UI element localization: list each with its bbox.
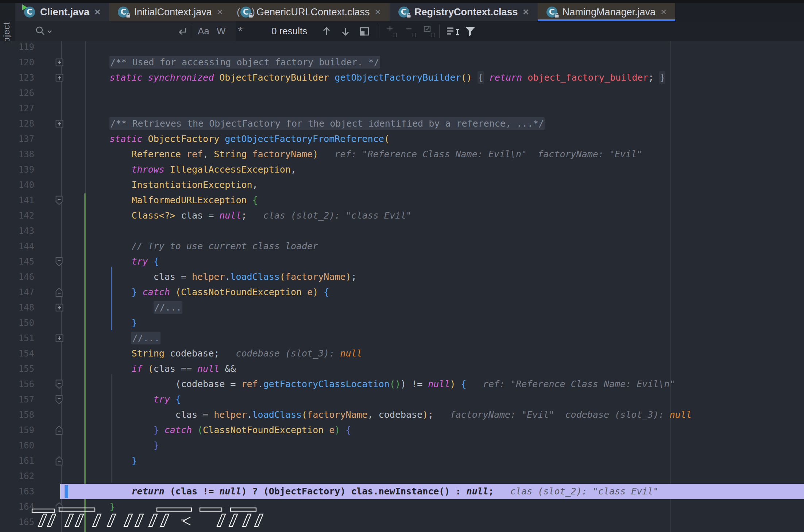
code-line[interactable]: 126 xyxy=(0,85,804,101)
code-text xyxy=(85,85,88,101)
line-number: 142 xyxy=(0,208,34,223)
line-number: 139 xyxy=(0,162,34,177)
code-line[interactable]: 119 xyxy=(0,39,804,55)
select-all-occurrences-icon[interactable] xyxy=(422,21,437,41)
results-count: 0 results xyxy=(271,21,307,41)
line-number: 137 xyxy=(0,131,34,147)
editor-pane[interactable]: 119120 /** Used for accessing object fac… xyxy=(0,41,804,532)
code-line[interactable]: 123 static synchronized ObjectFactoryBui… xyxy=(0,70,804,85)
code-line[interactable]: 161 } xyxy=(0,453,804,469)
code-line[interactable]: 154 String codebase; codebase (slot_3): … xyxy=(0,346,804,361)
window-top-strip xyxy=(0,0,804,3)
code-text: Class<?> clas = null; clas (slot_2): "cl… xyxy=(85,208,411,223)
filter-icon[interactable] xyxy=(463,21,477,41)
tab-initialcontext-java[interactable]: CInitialContext.java× xyxy=(109,3,231,21)
line-number: 127 xyxy=(0,101,34,116)
line-number: 138 xyxy=(0,147,34,162)
line-number: 148 xyxy=(0,300,34,315)
line-number: 123 xyxy=(0,70,34,85)
chevron-down-icon xyxy=(47,25,53,38)
close-icon[interactable]: × xyxy=(522,7,530,17)
code-line-current[interactable]: 163 return (clas != null) ? (ObjectFacto… xyxy=(0,484,804,499)
tab-registrycontext-class[interactable]: CRegistryContext.class× xyxy=(390,3,538,21)
code-line[interactable]: 142 Class<?> clas = null; clas (slot_2):… xyxy=(0,208,804,223)
gutter-fold-slot xyxy=(34,223,85,239)
code-text: throws IllegalAccessException, xyxy=(85,162,296,177)
gutter-fold-slot xyxy=(34,331,85,346)
code-line[interactable]: 140 InstantiationException, xyxy=(0,177,804,193)
gutter-fold-slot xyxy=(34,39,85,55)
code-line[interactable]: 155 if (clas == null && xyxy=(0,361,804,377)
tab-namingmanager-java[interactable]: CNamingManager.java× xyxy=(538,3,676,21)
code-text: //... xyxy=(85,331,161,346)
line-number: 157 xyxy=(0,392,34,407)
code-line[interactable]: 139 throws IllegalAccessException, xyxy=(0,162,804,177)
tab-genericurlcontext-class[interactable]: (C)GenericURLContext.class× xyxy=(232,3,390,21)
line-number: 145 xyxy=(0,254,34,269)
find-bar-divider xyxy=(439,24,440,38)
code-line[interactable]: 151 //... xyxy=(0,331,804,346)
regex-toggle[interactable]: * xyxy=(238,21,243,41)
code-line[interactable]: 127 xyxy=(0,101,804,116)
code-line[interactable]: 146 clas = helper.loadClass(factoryName)… xyxy=(0,269,804,285)
code-line[interactable]: 143 xyxy=(0,223,804,239)
close-icon[interactable]: × xyxy=(94,7,101,17)
line-number: 146 xyxy=(0,269,34,285)
gutter-fold-slot xyxy=(34,147,85,162)
code-line[interactable]: 137 static ObjectFactory getObjectFactor… xyxy=(0,131,804,147)
search-options-icon[interactable] xyxy=(445,21,460,41)
newline-icon[interactable] xyxy=(176,21,189,41)
code-line[interactable]: 148 //... xyxy=(0,300,804,315)
next-occurrence-icon[interactable] xyxy=(340,21,351,41)
code-line[interactable]: 160 } xyxy=(0,438,804,453)
code-line[interactable]: 162 xyxy=(0,469,804,484)
code-line[interactable]: 141 MalformedURLException { xyxy=(0,193,804,208)
close-icon[interactable]: × xyxy=(374,7,382,17)
execution-point-marker xyxy=(65,485,68,498)
code-line[interactable]: 138 Reference ref, String factoryName) r… xyxy=(0,147,804,162)
code-text: } catch (ClassNotFoundException e) { xyxy=(85,423,351,438)
code-text: InstantiationException, xyxy=(85,177,258,193)
code-text xyxy=(85,101,88,116)
code-line[interactable]: 150 } xyxy=(0,315,804,331)
match-case-toggle[interactable]: Aa xyxy=(198,21,209,41)
java-class-run-icon: C xyxy=(23,6,36,18)
gutter-fold-slot xyxy=(34,162,85,177)
java-class-locked-icon: C xyxy=(117,6,130,18)
line-number: 155 xyxy=(0,361,34,377)
line-number: 160 xyxy=(0,438,34,453)
close-icon[interactable]: × xyxy=(216,7,224,17)
code-line[interactable]: 158 clas = helper.loadClass(factoryName,… xyxy=(0,407,804,423)
code-line[interactable]: 147 } catch (ClassNotFoundException e) { xyxy=(0,285,804,300)
line-number: 144 xyxy=(0,239,34,254)
code-line[interactable]: 159 } catch (ClassNotFoundException e) { xyxy=(0,423,804,438)
remove-occurrence-icon[interactable] xyxy=(404,21,418,41)
code-line[interactable]: 145 try { xyxy=(0,254,804,269)
code-text: static synchronized ObjectFactoryBuilder… xyxy=(85,70,665,85)
gutter-fold-slot xyxy=(34,423,85,438)
line-number: 163 xyxy=(0,484,34,499)
code-line[interactable]: 156 (codebase = ref.getFactoryClassLocat… xyxy=(0,377,804,392)
find-bar-divider xyxy=(191,24,191,38)
code-text: } xyxy=(85,453,137,469)
decompiled-class-locked-icon: (C) xyxy=(240,6,252,18)
tab-client-java[interactable]: CClient.java× xyxy=(15,3,109,21)
line-number: 150 xyxy=(0,315,34,331)
previous-occurrence-icon[interactable] xyxy=(321,21,332,41)
code-text: } xyxy=(85,438,159,453)
editor-tab-bar: CClient.java×CInitialContext.java×(C)Gen… xyxy=(15,3,804,21)
code-line[interactable]: 120 /** Used for accessing object factor… xyxy=(0,55,804,70)
gutter-fold-slot xyxy=(34,254,85,269)
close-icon[interactable]: × xyxy=(660,7,667,17)
code-line[interactable]: 144 // Try to use current class loader xyxy=(0,239,804,254)
java-class-locked-icon: C xyxy=(546,6,558,18)
code-line[interactable]: 157 try { xyxy=(0,392,804,407)
words-toggle[interactable]: W xyxy=(217,21,226,41)
code-text xyxy=(85,469,88,484)
search-input[interactable] xyxy=(55,24,159,39)
search-icon[interactable] xyxy=(34,21,53,41)
find-bar: Aa W * 0 results xyxy=(15,21,804,42)
open-in-find-window-icon[interactable] xyxy=(358,21,371,41)
add-occurrence-icon[interactable] xyxy=(385,21,399,41)
code-line[interactable]: 128 /** Retrieves the ObjectFactory for … xyxy=(0,116,804,131)
